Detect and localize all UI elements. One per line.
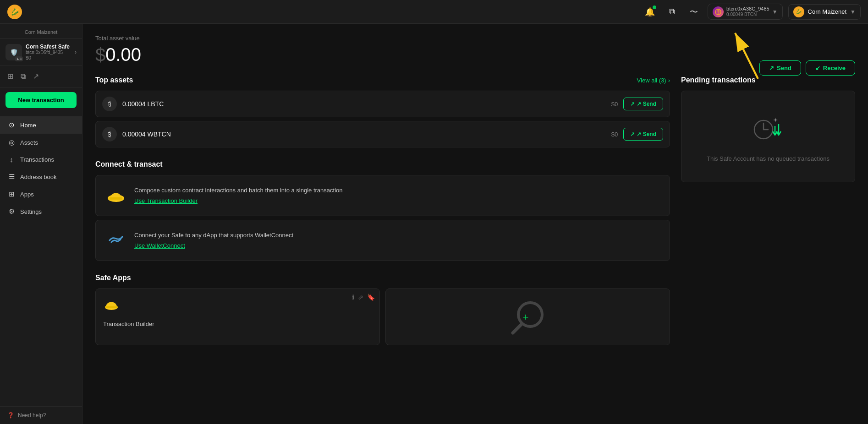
help-label: Need help? xyxy=(18,412,46,419)
notification-badge xyxy=(653,5,656,9)
send-arrow-icon: ↗ xyxy=(769,65,774,71)
safe-app-discover-card: + xyxy=(385,288,670,345)
svg-line-8 xyxy=(513,325,521,333)
walletconnect-icon xyxy=(105,229,127,251)
safe-apps-section: Safe Apps ℹ ⇗ 🔖 xyxy=(95,274,670,345)
notifications-button[interactable]: 🔔 xyxy=(642,4,658,20)
sidebar-external-link-icon[interactable]: ↗ xyxy=(31,70,41,82)
wbtcn-send-icon: ↗ xyxy=(630,131,635,137)
safe-app-bookmark-button[interactable]: 🔖 xyxy=(367,294,375,301)
lbtc-send-button[interactable]: ↗ ↗ Send xyxy=(623,98,663,110)
lbtc-send-label: ↗ Send xyxy=(637,101,656,107)
asset-row-wbtcn: ₿ 0.00004 WBTCN $0 ↗ ↗ Send xyxy=(95,121,670,147)
layers-button[interactable]: ⧉ xyxy=(664,4,680,20)
top-assets-header: Top assets View all (3) › xyxy=(95,76,670,84)
safe-name: Corn Safest Safe xyxy=(26,43,71,50)
transaction-builder-icon xyxy=(105,185,127,207)
safe-apps-header: Safe Apps xyxy=(95,274,670,282)
lbtc-send-icon: ↗ xyxy=(630,101,635,107)
safe-details: Corn Safest Safe btcn:0xD5fd_9435 $0 xyxy=(26,43,71,60)
sidebar-item-home-label: Home xyxy=(20,122,36,129)
top-header: 🌽 🔔 ⧉ 〜 btcn:0xA38C_9485 0.00049 BTCN ▼ … xyxy=(0,0,868,24)
sidebar-nav: ⊙ Home ◎ Assets ↕ Transactions ☰ Address… xyxy=(0,113,82,406)
transaction-builder-card: Compose custom contract interactions and… xyxy=(95,175,670,216)
user-avatar: 🌽 xyxy=(793,6,804,17)
sidebar-item-apps[interactable]: ⊞ Apps xyxy=(0,185,82,203)
user-section[interactable]: 🌽 Corn Maizenet ▼ xyxy=(788,4,861,20)
svg-text:+: + xyxy=(522,311,528,323)
sidebar-item-transactions[interactable]: ↕ Transactions xyxy=(0,151,82,168)
wbtcn-amount: 0.00004 WBTCN xyxy=(122,130,611,138)
pending-empty-text: This Safe Account has no queued transact… xyxy=(707,155,830,162)
send-label: Send xyxy=(777,65,791,71)
left-column: Top assets View all (3) › ₿ 0.00004 LBTC… xyxy=(95,76,670,345)
transaction-builder-text: Compose custom contract interactions and… xyxy=(134,187,660,205)
sidebar-item-assets-label: Assets xyxy=(20,139,38,146)
main-content: ↗ Send ↙ Receive Total asset value xyxy=(82,24,868,424)
use-walletconnect-link[interactable]: Use WalletConnect xyxy=(134,242,185,249)
lbtc-usd: $0 xyxy=(611,101,618,108)
sidebar-item-settings-label: Settings xyxy=(20,208,42,215)
send-button[interactable]: ↗ Send xyxy=(759,60,801,76)
sidebar-item-apps-label: Apps xyxy=(20,191,34,198)
network-address: btcn:0xA38C_9485 xyxy=(726,6,769,12)
use-transaction-builder-link[interactable]: Use Transaction Builder xyxy=(134,197,198,204)
sidebar-item-transactions-label: Transactions xyxy=(20,156,54,163)
sidebar-item-home[interactable]: ⊙ Home xyxy=(0,116,82,134)
sidebar-grid-icon[interactable]: ⊞ xyxy=(5,70,15,82)
wbtcn-usd: $0 xyxy=(611,131,618,138)
transactions-icon: ↕ xyxy=(7,156,16,163)
connect-header: Connect & transact xyxy=(95,160,670,169)
top-assets-title: Top assets xyxy=(95,76,133,84)
receive-arrow-icon: ↙ xyxy=(815,65,820,71)
wbtcn-send-label: ↗ Send xyxy=(637,131,656,137)
pending-empty-icon xyxy=(750,111,786,150)
dollar-sign: $ xyxy=(95,44,105,65)
sidebar-item-address-book[interactable]: ☰ Address book xyxy=(0,168,82,185)
safe-info[interactable]: 🛡️ 1/3 Corn Safest Safe btcn:0xD5fd_9435… xyxy=(0,39,82,65)
sidebar-copy-icon[interactable]: ⧉ xyxy=(19,70,27,82)
app-logo: 🌽 xyxy=(7,5,22,19)
safe-address: btcn:0xD5fd_9435 xyxy=(26,50,71,55)
apps-icon: ⊞ xyxy=(7,190,16,198)
pending-title: Pending transactions xyxy=(681,76,756,84)
safe-app-info-button[interactable]: ℹ xyxy=(352,294,354,301)
safe-chevron-icon: › xyxy=(75,49,77,55)
home-icon: ⊙ xyxy=(7,121,16,129)
connect-title: Connect & transact xyxy=(95,160,163,169)
svg-point-7 xyxy=(518,303,542,326)
receive-label: Receive xyxy=(823,65,846,71)
waves-button[interactable]: 〜 xyxy=(686,4,702,20)
new-transaction-button[interactable]: New transaction xyxy=(5,92,77,108)
user-chevron-icon: ▼ xyxy=(850,9,856,15)
pending-header: Pending transactions xyxy=(681,76,855,84)
wbtcn-send-button[interactable]: ↗ ↗ Send xyxy=(623,128,663,141)
safe-threshold-badge: 1/3 xyxy=(15,56,23,61)
asset-value-label: Total asset value xyxy=(95,35,855,42)
safe-app-hardhat-icon xyxy=(103,296,372,316)
lbtc-amount: 0.00004 LBTC xyxy=(122,100,611,108)
assets-icon: ◎ xyxy=(7,138,16,147)
network-chevron-icon: ▼ xyxy=(772,9,778,15)
action-buttons: ↗ Send ↙ Receive xyxy=(759,60,855,76)
settings-icon: ⚙ xyxy=(7,207,16,216)
transaction-builder-desc: Compose custom contract interactions and… xyxy=(134,187,660,194)
asset-row-lbtc: ₿ 0.00004 LBTC $0 ↗ ↗ Send xyxy=(95,91,670,117)
view-all-link[interactable]: View all (3) › xyxy=(637,77,670,84)
sidebar-item-settings[interactable]: ⚙ Settings xyxy=(0,203,82,220)
svg-rect-4 xyxy=(110,197,122,200)
sidebar: Corn Maizenet 🛡️ 1/3 Corn Safest Safe bt… xyxy=(0,24,82,424)
walletconnect-text: Connect your Safe to any dApp that suppo… xyxy=(134,232,660,250)
safe-app-share-button[interactable]: ⇗ xyxy=(358,294,363,301)
header-right: 🔔 ⧉ 〜 btcn:0xA38C_9485 0.00049 BTCN ▼ 🌽 … xyxy=(642,4,861,20)
sidebar-actions: ⊞ ⧉ ↗ xyxy=(0,65,82,87)
sidebar-item-assets[interactable]: ◎ Assets xyxy=(0,134,82,151)
network-selector[interactable]: btcn:0xA38C_9485 0.00049 BTCN ▼ xyxy=(708,4,782,20)
network-avatar xyxy=(713,6,724,17)
asset-value-amount: $0.00 xyxy=(95,44,855,65)
view-all-chevron-icon: › xyxy=(668,77,670,84)
connect-section: Connect & transact Compose c xyxy=(95,160,670,261)
help-link[interactable]: ❓ Need help? xyxy=(7,412,75,419)
address-book-icon: ☰ xyxy=(7,173,16,181)
receive-button[interactable]: ↙ Receive xyxy=(806,60,855,76)
